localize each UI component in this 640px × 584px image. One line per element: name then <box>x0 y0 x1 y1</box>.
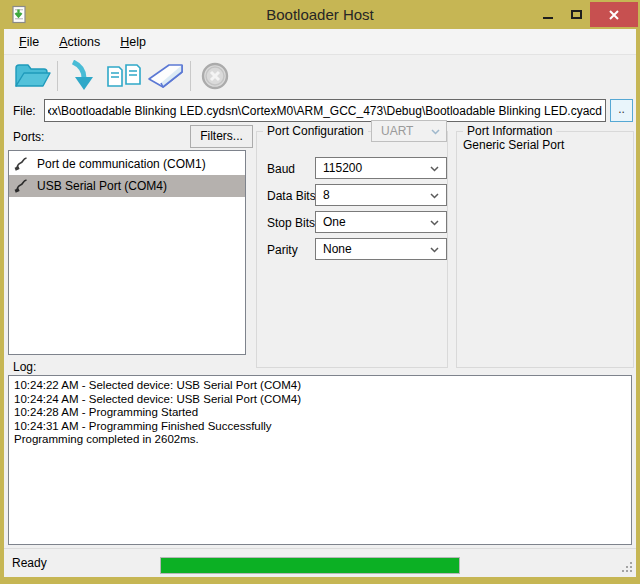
log-line: 10:24:24 AM - Selected device: USB Seria… <box>14 393 626 407</box>
verify-documents-icon <box>106 61 142 91</box>
program-button[interactable] <box>61 58 103 94</box>
program-arrow-icon <box>69 60 95 92</box>
baud-dropdown[interactable]: 115200 <box>315 157 447 179</box>
file-label: File: <box>13 104 36 118</box>
menu-item-help[interactable]: Help <box>110 31 156 53</box>
chevron-down-icon <box>431 129 440 135</box>
chevron-down-icon <box>430 247 439 253</box>
ports-list: Port de communication (COM1) USB Serial … <box>8 150 246 355</box>
file-path-input[interactable] <box>44 99 606 122</box>
resize-grip[interactable] <box>622 562 633 573</box>
window-controls <box>534 2 638 27</box>
chevron-down-icon <box>430 166 439 172</box>
port-list-item[interactable]: USB Serial Port (COM4) <box>9 175 245 197</box>
browse-button[interactable]: .. <box>610 99 633 122</box>
protocol-value: UART <box>381 124 413 138</box>
bootloader-host-window: Bootloader Host File Actions Help <box>0 0 640 584</box>
minimize-button[interactable] <box>534 2 562 27</box>
log-output[interactable]: 10:24:22 AM - Selected device: USB Seria… <box>8 375 632 545</box>
port-list-item[interactable]: Port de communication (COM1) <box>9 153 245 175</box>
log-line: 10:24:28 AM - Programming Started <box>14 406 626 420</box>
open-file-button[interactable] <box>12 58 54 94</box>
maximize-button[interactable] <box>562 2 590 27</box>
baud-label: Baud <box>267 162 295 176</box>
menubar: File Actions Help <box>4 29 636 55</box>
abort-circle-x-icon <box>200 61 230 91</box>
port-info-title: Port Information <box>463 124 556 138</box>
port-info-group: Port Information Generic Serial Port <box>456 131 634 368</box>
log-line: 10:24:22 AM - Selected device: USB Seria… <box>14 379 626 393</box>
ports-label: Ports: <box>13 130 44 144</box>
stop-bits-label: Stop Bits <box>267 216 315 230</box>
close-icon <box>608 9 620 21</box>
client-area: File Actions Help <box>4 29 636 577</box>
data-bits-value: 8 <box>323 188 330 202</box>
chevron-down-icon <box>430 193 439 199</box>
toolbar-separator <box>190 61 191 91</box>
menu-item-file[interactable]: File <box>9 31 49 53</box>
port-config-group: Port Configuration UART Baud 115200 Data… <box>256 131 448 368</box>
parity-dropdown[interactable]: None <box>315 238 447 260</box>
toolbar-separator <box>57 61 58 91</box>
progress-bar <box>160 557 460 574</box>
close-button[interactable] <box>590 2 638 27</box>
log-label: Log: <box>13 360 36 374</box>
window-titlebar: Bootloader Host <box>0 0 640 29</box>
parity-label: Parity <box>267 243 298 257</box>
erase-button[interactable] <box>145 58 187 94</box>
minimize-icon <box>543 17 553 19</box>
port-info-text: Generic Serial Port <box>463 138 564 152</box>
serial-port-icon <box>14 179 28 193</box>
abort-button[interactable] <box>194 58 236 94</box>
parity-value: None <box>323 242 352 256</box>
eraser-icon <box>146 62 186 90</box>
port-config-title: Port Configuration <box>263 124 368 138</box>
status-text: Ready <box>12 556 47 570</box>
chevron-down-icon <box>430 220 439 226</box>
data-bits-label: Data Bits <box>267 189 316 203</box>
maximize-icon <box>571 10 582 19</box>
verify-button[interactable] <box>103 58 145 94</box>
log-line: 10:24:31 AM - Programming Finished Succe… <box>14 420 626 434</box>
port-label: Port de communication (COM1) <box>37 157 206 171</box>
protocol-dropdown[interactable]: UART <box>371 120 447 142</box>
menu-item-actions[interactable]: Actions <box>49 31 110 53</box>
log-line: Programming completed in 2602ms. <box>14 433 626 447</box>
stop-bits-value: One <box>323 215 346 229</box>
folder-open-icon <box>14 61 52 91</box>
status-bar: Ready <box>4 548 636 577</box>
data-bits-dropdown[interactable]: 8 <box>315 184 447 206</box>
serial-port-icon <box>14 157 28 171</box>
port-label: USB Serial Port (COM4) <box>37 179 167 193</box>
filters-button[interactable]: Filters... <box>190 125 253 148</box>
stop-bits-dropdown[interactable]: One <box>315 211 447 233</box>
progress-fill <box>161 558 459 573</box>
baud-value: 115200 <box>323 161 362 175</box>
toolbar <box>4 56 636 96</box>
